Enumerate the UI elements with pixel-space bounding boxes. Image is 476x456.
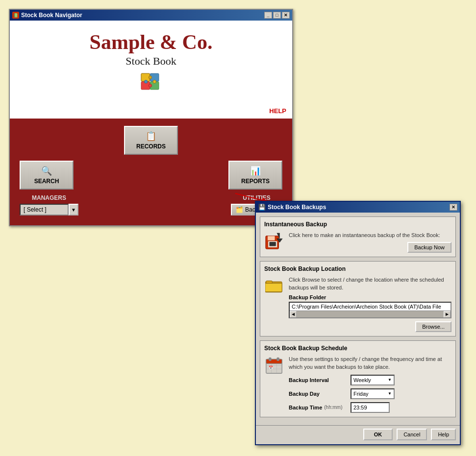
folder-icon xyxy=(264,276,284,296)
instantaneous-section: Instantaneous Backup Click here to make … xyxy=(260,216,456,257)
records-label: RECORDS xyxy=(136,143,166,150)
maximize-button[interactable]: □ xyxy=(273,12,281,19)
schedule-section: Stock Book Backup Schedule 📅 xyxy=(260,340,456,417)
navigator-body: 📋 RECORDS 🔍 SEARCH 📊 REPORTS MANAGERS [ … xyxy=(10,119,292,225)
search-label: SEARCH xyxy=(34,178,59,185)
backup-icon xyxy=(264,232,284,251)
interval-label: Backup Interval xyxy=(289,377,348,383)
browse-button[interactable]: Browse... xyxy=(415,321,451,332)
interval-select[interactable]: Weekly ▼ xyxy=(351,375,395,385)
dialog-title: Stock Book Backups xyxy=(268,204,326,211)
dialog-titlebar: 💾 Stock Book Backups ✕ xyxy=(256,202,460,213)
scroll-track[interactable] xyxy=(297,311,444,317)
managers-label: MANAGERS xyxy=(32,194,66,201)
day-label: Backup Day xyxy=(289,391,348,397)
svg-rect-21 xyxy=(276,358,279,361)
folder-scrollbar: ◀ ▶ xyxy=(290,311,451,317)
schedule-grid: Backup Interval Weekly ▼ Backup Day Frid… xyxy=(289,375,451,413)
interval-arrow: ▼ xyxy=(388,378,392,382)
dialog-footer: OK Cancel Help xyxy=(256,425,460,444)
records-icon: 📋 xyxy=(146,131,156,142)
puzzle-icon-container xyxy=(20,72,282,91)
reports-label: REPORTS xyxy=(241,178,270,185)
folder-path-container: C:\Program Files\Archeion\Archeion Stock… xyxy=(289,302,451,318)
interval-value: Weekly xyxy=(353,377,371,383)
svg-point-6 xyxy=(144,80,147,83)
backup-now-button[interactable]: Backup Now xyxy=(407,242,451,253)
svg-text:📅: 📅 xyxy=(269,365,273,370)
day-arrow: ▼ xyxy=(388,391,392,396)
search-reports-row: 🔍 SEARCH 📊 REPORTS xyxy=(20,161,282,190)
svg-rect-20 xyxy=(269,358,271,361)
navigator-header: Sample & Co. Stock Book HELP xyxy=(10,21,292,119)
backup-folder-label: Backup Folder xyxy=(289,294,451,300)
reports-icon: 📊 xyxy=(250,166,261,176)
app-icon: 📗 xyxy=(12,12,19,19)
reports-button[interactable]: 📊 REPORTS xyxy=(228,161,282,190)
search-icon: 🔍 xyxy=(41,166,52,176)
scroll-left-button[interactable]: ◀ xyxy=(290,311,297,318)
svg-rect-11 xyxy=(268,236,275,241)
dialog-body: Instantaneous Backup Click here to make … xyxy=(256,213,460,425)
minimize-button[interactable]: _ xyxy=(264,12,272,19)
navigator-titlebar: 📗 Stock Book Navigator _ □ ✕ xyxy=(10,10,292,21)
close-button[interactable]: ✕ xyxy=(282,12,290,19)
navigator-title: Stock Book Navigator xyxy=(21,12,82,19)
instantaneous-row: Click here to make an instantaneous back… xyxy=(264,232,451,253)
ok-button[interactable]: OK xyxy=(363,429,393,440)
svg-line-9 xyxy=(235,193,265,201)
schedule-title: Stock Book Backup Schedule xyxy=(264,345,451,352)
managers-section: MANAGERS [ Select ] ▼ xyxy=(20,194,78,216)
backup-now-container: Backup Now xyxy=(289,242,451,253)
time-label: Backup Time xyxy=(289,405,322,410)
svg-point-8 xyxy=(153,80,156,83)
svg-rect-13 xyxy=(270,242,276,246)
backups-dialog: 💾 Stock Book Backups ✕ Instantaneous Bac… xyxy=(255,201,461,445)
location-description: Click Browse to select / change the loca… xyxy=(289,276,451,291)
schedule-icon: 📅 xyxy=(264,356,284,375)
dialog-title-icon: 💾 xyxy=(258,204,266,211)
instantaneous-title: Instantaneous Backup xyxy=(264,221,451,228)
puzzle-icon xyxy=(139,72,163,91)
browse-row: Browse... xyxy=(289,321,451,332)
help-button[interactable]: Help xyxy=(431,429,456,440)
company-name: Sample & Co. xyxy=(20,30,282,54)
schedule-row: 📅 Use these settings to specify / change… xyxy=(264,356,451,413)
location-section: Stock Book Backup Location Click Browse … xyxy=(260,261,456,336)
location-row: Click Browse to select / change the loca… xyxy=(264,276,451,332)
cancel-button[interactable]: Cancel xyxy=(397,429,427,440)
time-hint: (hh:mm) xyxy=(324,405,342,410)
search-button[interactable]: 🔍 SEARCH xyxy=(20,161,74,190)
managers-select[interactable]: [ Select ] xyxy=(20,204,69,216)
records-button[interactable]: 📋 RECORDS xyxy=(124,126,178,155)
location-title: Stock Book Backup Location xyxy=(264,265,451,272)
time-input[interactable] xyxy=(351,402,390,413)
stock-book-title: Stock Book xyxy=(20,55,282,68)
managers-select-container: [ Select ] ▼ xyxy=(20,204,78,216)
time-label-container: Backup Time (hh:mm) xyxy=(289,405,348,410)
folder-path-text: C:\Program Files\Archeion\Archeion Stock… xyxy=(290,303,451,311)
schedule-description: Use these settings to specify / change t… xyxy=(289,356,451,371)
folder-svg-icon xyxy=(265,278,283,294)
help-link[interactable]: HELP xyxy=(269,107,286,115)
records-row: 📋 RECORDS xyxy=(20,126,282,155)
svg-point-5 xyxy=(149,76,151,79)
backups-small-icon: 🗂️ xyxy=(236,206,243,213)
scroll-right-button[interactable]: ▶ xyxy=(444,311,451,318)
dialog-close-button[interactable]: ✕ xyxy=(450,204,457,211)
instantaneous-description: Click here to make an instantaneous back… xyxy=(289,232,451,239)
svg-rect-17 xyxy=(265,284,282,292)
titlebar-left: 📗 Stock Book Navigator xyxy=(12,12,82,19)
backup-svg-icon xyxy=(265,232,283,251)
svg-rect-16 xyxy=(266,281,273,284)
managers-dropdown-arrow[interactable]: ▼ xyxy=(69,204,78,216)
svg-point-7 xyxy=(149,84,151,87)
schedule-svg-icon: 📅 xyxy=(265,357,283,374)
svg-rect-19 xyxy=(266,360,282,364)
titlebar-controls: _ □ ✕ xyxy=(264,12,290,19)
day-select[interactable]: Friday ▼ xyxy=(351,388,395,399)
day-value: Friday xyxy=(353,391,369,397)
